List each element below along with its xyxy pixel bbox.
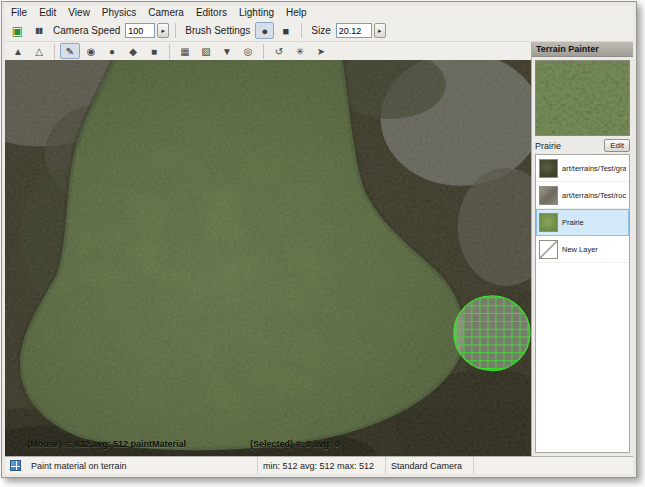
layer-label: art/terrains/Test/gras... [562,164,626,173]
terrain-render [5,60,531,456]
brush-box-button[interactable]: ■ [276,22,295,39]
status-spacer [474,457,633,474]
tool-raise-height[interactable]: ◉ [81,43,101,59]
mouse-stats: (Mouse) #: 632 avg: 512 paintMaterial [27,439,186,449]
main-area: ▲ △ ✎ ◉ ● ◆ ■ ▦ ▧ ▼ ◎ ↺ ✳ ➤ [5,42,633,456]
panel-title: Terrain Painter [532,42,633,57]
toolbar-separator [263,44,264,59]
material-thumbnail [539,186,558,205]
layer-label: New Layer [562,245,598,254]
layer-label: art/terrains/Test/rock... [562,191,626,200]
editor-window: File Edit View Physics Camera Editors Li… [1,1,637,478]
tool-adjust-height[interactable]: △ [29,43,49,59]
edit-material-button[interactable]: Edit [604,139,630,152]
tool-paint-noise[interactable]: ▧ [196,43,216,59]
status-message: Paint material on terrain [26,457,258,474]
status-bar: Paint material on terrain min: 512 avg: … [5,456,633,474]
material-name: Prairie [535,141,561,151]
world-editor-button[interactable]: ▣ [8,22,27,39]
tool-select-terrain[interactable]: ▲ [8,43,28,59]
viewport-3d[interactable]: (Mouse) #: 632 avg: 512 paintMaterial (S… [5,60,531,456]
layers-list: art/terrains/Test/gras... art/terrains/T… [535,154,630,453]
toolbar-separator [54,44,55,59]
tool-paint-material[interactable]: ✎ [60,43,80,59]
tool-zoom[interactable]: ◎ [238,43,258,59]
menu-camera[interactable]: Camera [142,6,190,19]
layer-item-new[interactable]: New Layer [536,236,629,263]
box-brush-icon: ■ [282,25,289,37]
status-minmax: min: 512 avg: 512 max: 512 [258,457,386,474]
pause-simulation-button[interactable]: ▮▮ [29,22,48,39]
terrain-painter-panel: Terrain Painter [531,42,633,456]
main-toolbar: ▣ ▮▮ Camera Speed ▸ Brush Settings ● ■ S… [5,20,633,42]
brush-size-label: Size [311,25,330,36]
brush-ellipse-button[interactable]: ● [255,22,274,39]
terrain-tools-toolbar: ▲ △ ✎ ◉ ● ◆ ■ ▦ ▧ ▼ ◎ ↺ ✳ ➤ [5,42,531,60]
toolbar-separator [301,23,302,38]
menu-edit[interactable]: Edit [33,6,62,19]
ellipse-brush-icon: ● [261,25,268,37]
material-thumbnail [539,159,558,178]
camera-speed-input[interactable] [125,23,155,38]
menu-file[interactable]: File [5,6,33,19]
material-row: Prairie Edit [532,139,633,154]
world-cube-icon: ▣ [12,24,23,38]
tool-flatten[interactable]: ■ [144,43,164,59]
menu-bar: File Edit View Physics Camera Editors Li… [5,5,633,20]
grass-texture-preview [536,61,629,135]
layer-label: Prairie [562,218,584,227]
status-grid-icon [10,460,21,471]
screenshot-root: File Edit View Physics Camera Editors Li… [0,0,645,487]
menu-view[interactable]: View [62,6,96,19]
toolbar-separator [169,44,170,59]
brush-size-stepper[interactable]: ▸ [374,23,386,38]
layer-item[interactable]: art/terrains/Test/rock... [536,182,629,209]
tool-lower-height[interactable]: ● [102,43,122,59]
tool-smooth[interactable]: ◆ [123,43,143,59]
tool-rotate-brush[interactable]: ➤ [311,43,331,59]
tool-erase[interactable]: ▼ [217,43,237,59]
pause-icon: ▮▮ [35,26,42,35]
material-thumbnail [539,213,558,232]
new-layer-icon [539,240,558,259]
toolbar-separator [175,23,176,38]
tool-clear[interactable]: ✳ [290,43,310,59]
tool-restore[interactable]: ↺ [269,43,289,59]
menu-lighting[interactable]: Lighting [233,6,280,19]
menu-physics[interactable]: Physics [96,6,142,19]
brush-cursor [454,296,530,371]
menu-help[interactable]: Help [280,6,313,19]
layer-item[interactable]: art/terrains/Test/gras... [536,155,629,182]
layer-item-selected[interactable]: Prairie [536,209,629,236]
camera-speed-stepper[interactable]: ▸ [157,23,169,38]
material-preview[interactable] [535,60,630,136]
brush-size-input[interactable] [336,23,372,38]
brush-settings-label: Brush Settings [185,25,250,36]
status-camera[interactable]: Standard Camera [386,457,474,474]
camera-speed-label: Camera Speed [53,25,120,36]
viewport-column: ▲ △ ✎ ◉ ● ◆ ■ ▦ ▧ ▼ ◎ ↺ ✳ ➤ [5,42,531,456]
tool-set-height[interactable]: ▦ [175,43,195,59]
selected-stats: (Selected) #: 0 avg: 0 [250,439,340,449]
menu-editors[interactable]: Editors [190,6,233,19]
